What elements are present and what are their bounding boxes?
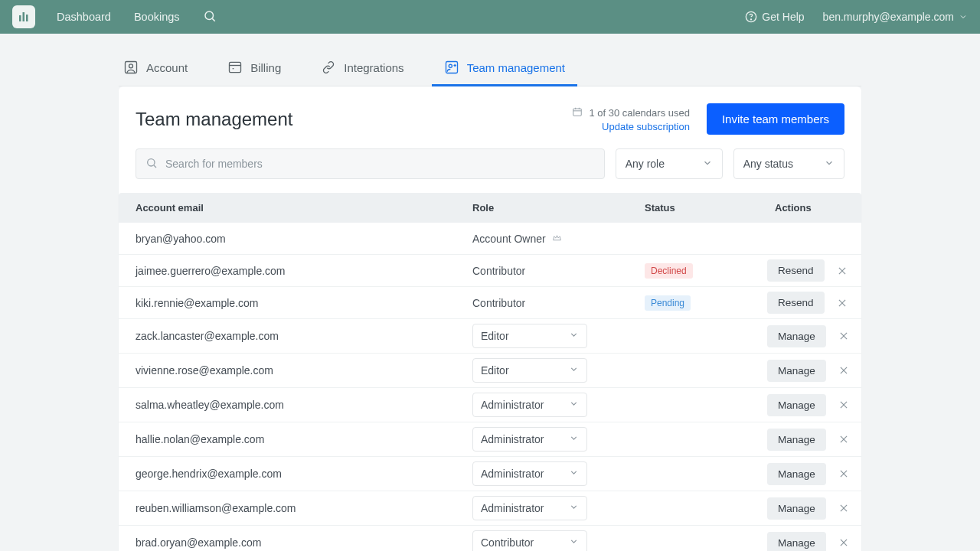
close-icon	[838, 399, 849, 410]
invite-team-members-button[interactable]: Invite team members	[707, 103, 844, 135]
status-badge-declined: Declined	[645, 263, 693, 279]
calendars-used-text: 1 of 30 calendars used	[589, 107, 690, 119]
chevron-down-icon	[569, 502, 579, 514]
chevron-down-icon	[569, 468, 579, 480]
member-email: vivienne.rose@example.com	[136, 364, 472, 377]
member-actions: Manage	[767, 325, 852, 347]
resend-button[interactable]: Resend	[767, 259, 825, 282]
remove-member-button[interactable]	[835, 465, 852, 482]
role-select[interactable]: Administrator	[472, 427, 587, 452]
tab-billing[interactable]: Billing	[223, 49, 286, 86]
member-role: Contributor	[472, 297, 645, 309]
chevron-down-icon	[569, 433, 579, 445]
table-row: jaimee.guerrero@example.com Contributor …	[119, 255, 861, 287]
billing-icon	[227, 60, 243, 75]
tab-account[interactable]: Account	[119, 49, 192, 86]
manage-button[interactable]: Manage	[767, 360, 826, 382]
member-actions: Manage	[767, 497, 852, 520]
remove-member-button[interactable]	[834, 295, 851, 311]
member-email: jaimee.guerrero@example.com	[136, 265, 472, 277]
filter-status[interactable]: Any status	[733, 148, 844, 179]
search-members[interactable]	[136, 148, 605, 179]
role-select[interactable]: Editor	[472, 358, 587, 383]
member-role-cell: Contributor	[472, 530, 645, 551]
tab-integrations[interactable]: Integrations	[316, 49, 408, 86]
tab-team-management[interactable]: Team management	[439, 49, 570, 86]
table-row: kiki.rennie@example.com Contributor Pend…	[119, 287, 861, 319]
chevron-down-icon	[569, 536, 579, 549]
member-email: hallie.nolan@example.com	[136, 433, 472, 445]
role-select[interactable]: Administrator	[472, 461, 587, 486]
nav-user-menu[interactable]: ben.murphy@example.com	[823, 11, 968, 23]
member-email: zack.lancaster@example.com	[136, 330, 472, 342]
svg-rect-7	[126, 62, 137, 73]
role-select[interactable]: Editor	[472, 324, 587, 348]
remove-member-button[interactable]	[835, 534, 852, 551]
manage-button[interactable]: Manage	[767, 463, 826, 485]
filter-status-value: Any status	[743, 158, 793, 170]
nav-bookings[interactable]: Bookings	[134, 11, 180, 23]
table-row: reuben.williamson@example.com Administra…	[119, 491, 861, 526]
account-icon	[123, 60, 139, 75]
chevron-down-icon	[959, 12, 968, 21]
nav-search[interactable]	[203, 9, 217, 25]
table-row: brad.oryan@example.com Contributor Manag…	[119, 526, 861, 551]
member-email: bryan@yahoo.com	[136, 233, 472, 245]
manage-button[interactable]: Manage	[767, 394, 826, 416]
remove-member-button[interactable]	[835, 328, 852, 344]
status-badge-pending: Pending	[645, 295, 691, 311]
member-role-cell: Administrator	[472, 496, 645, 520]
crown-icon	[552, 233, 562, 245]
app-logo[interactable]	[12, 5, 35, 28]
remove-member-button[interactable]	[835, 396, 852, 413]
filter-role[interactable]: Any role	[616, 148, 723, 179]
close-icon	[837, 266, 848, 276]
remove-member-button[interactable]	[835, 431, 852, 448]
remove-member-button[interactable]	[835, 362, 852, 379]
close-icon	[837, 298, 848, 308]
card-header: Team management 1 of 30 calendars used U…	[119, 86, 861, 148]
remove-member-button[interactable]	[834, 262, 851, 279]
search-input[interactable]	[165, 158, 595, 170]
close-icon	[838, 468, 849, 479]
role-select-value: Administrator	[481, 399, 544, 411]
member-role: Account Owner	[472, 233, 645, 245]
help-icon	[745, 11, 757, 23]
member-role-cell: Administrator	[472, 427, 645, 452]
svg-point-6	[751, 19, 752, 20]
col-actions: Actions	[767, 202, 844, 214]
manage-button[interactable]: Manage	[767, 429, 826, 451]
remove-member-button[interactable]	[835, 500, 852, 517]
member-actions: Manage	[767, 394, 852, 416]
nav-dashboard[interactable]: Dashboard	[57, 11, 111, 23]
member-email: kiki.rennie@example.com	[136, 297, 472, 309]
member-status: Pending	[645, 295, 767, 311]
member-actions: Manage	[767, 429, 852, 451]
page-title: Team management	[136, 109, 572, 130]
member-actions: Resend	[767, 259, 851, 282]
chevron-down-icon	[702, 158, 713, 171]
role-select[interactable]: Administrator	[472, 496, 587, 520]
close-icon	[838, 434, 849, 445]
manage-button[interactable]: Manage	[767, 325, 826, 347]
top-nav: Dashboard Bookings Get Help ben.murphy@e…	[0, 0, 980, 34]
member-actions: Resend	[767, 292, 851, 314]
team-icon	[444, 60, 459, 75]
role-select-value: Administrator	[481, 502, 544, 514]
svg-point-13	[449, 64, 452, 67]
nav-help[interactable]: Get Help	[745, 11, 804, 23]
role-select[interactable]: Administrator	[472, 393, 587, 417]
manage-button[interactable]: Manage	[767, 532, 826, 552]
update-subscription-link[interactable]: Update subscription	[602, 121, 690, 132]
role-select-value: Contributor	[481, 536, 534, 549]
member-role: Contributor	[472, 265, 645, 277]
svg-rect-0	[19, 15, 21, 21]
role-select[interactable]: Contributor	[472, 530, 587, 551]
manage-button[interactable]: Manage	[767, 497, 826, 520]
member-actions: Manage	[767, 463, 852, 485]
member-actions: Manage	[767, 360, 852, 382]
resend-button[interactable]: Resend	[767, 292, 825, 314]
tab-integrations-label: Integrations	[344, 61, 403, 74]
table-row: zack.lancaster@example.com Editor Manage	[119, 319, 861, 354]
close-icon	[838, 365, 849, 376]
